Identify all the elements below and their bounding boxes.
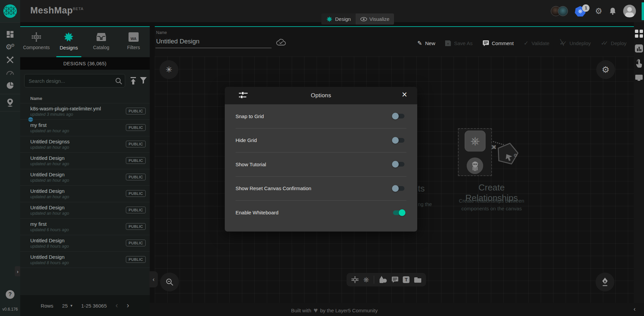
design-list-item[interactable]: Untitled Design updated 8 hours ago PUBL…	[20, 235, 150, 251]
design-list-item[interactable]: my first updated 6 hours ago PUBLIC	[20, 218, 150, 235]
rail-divider	[0, 94, 20, 94]
search-icon[interactable]	[115, 77, 122, 85]
cloud-saved-icon	[276, 38, 286, 46]
zoom-button[interactable]	[160, 273, 179, 291]
save-as-button[interactable]: Save As	[445, 40, 472, 46]
components-grid-icon[interactable]	[635, 30, 643, 38]
design-list-item[interactable]: Untitled Design updated 8 hours ago PUBL…	[20, 251, 150, 268]
close-icon[interactable]: ×	[402, 90, 407, 99]
design-list-item[interactable]: Untitled Design updated an hour ago PUBL…	[20, 202, 150, 218]
visibility-badge: PUBLIC	[126, 157, 146, 164]
settings-gear-icon[interactable]: ⚙	[595, 6, 602, 16]
expand-rail-chevron[interactable]: ›	[15, 266, 21, 276]
tab-filters-label: Filters	[127, 45, 140, 50]
footer-collapse-chevron[interactable]: ‹	[634, 306, 636, 313]
collaborator-avatar[interactable]	[558, 6, 568, 16]
comment-button[interactable]: Comment	[483, 40, 514, 46]
right-rail	[634, 22, 644, 316]
chart-panel-icon[interactable]	[635, 44, 643, 52]
user-avatar[interactable]	[623, 5, 636, 17]
hidden-card-desc-fragment: ng the	[418, 201, 432, 207]
notifications-bell-icon[interactable]	[609, 7, 616, 15]
performance-gauge-icon[interactable]	[0, 66, 20, 79]
tab-design[interactable]: Design	[321, 13, 356, 25]
meshery-logo-icon	[3, 4, 17, 18]
validate-button[interactable]: ✓ Validate	[524, 40, 549, 47]
design-list-item[interactable]: Untitled Design updated an hour ago PUBL…	[20, 185, 150, 202]
options-modal: Options × Snap to Grid Hide Grid Show Tu…	[225, 87, 417, 232]
option-label: Show Reset Canvas Confirmation	[236, 185, 311, 191]
tab-catalog[interactable]: Catalog	[85, 27, 117, 57]
small-gear-icon: ⚙	[513, 153, 517, 158]
meshmap-pin-icon[interactable]	[0, 96, 20, 109]
comment-icon	[483, 40, 489, 46]
gear-icon: ⚙	[602, 65, 609, 75]
text-tool-icon[interactable]: T	[403, 276, 409, 283]
brand-title: MeshMapBETA	[30, 5, 83, 16]
footer-bar: Built with ♥ by the Layer5 Community ‹	[150, 303, 644, 316]
tab-filters[interactable]: WA Filters	[117, 27, 150, 57]
option-toggle[interactable]	[393, 162, 404, 167]
pen-tool-button[interactable]	[596, 273, 614, 291]
eye-icon	[360, 17, 367, 22]
design-list-item[interactable]: k8s-wasm-plugin-ratelimiter.yml updated …	[20, 103, 150, 119]
design-list-item[interactable]: Untitled Design updated an hour ago PUBL…	[20, 152, 150, 169]
app-header: MeshMapBETA Design	[0, 0, 644, 22]
deploy-button[interactable]: ✓✓ Deploy	[601, 40, 627, 47]
meshery-logo[interactable]	[0, 0, 20, 22]
tab-visualize[interactable]: Visualize	[356, 13, 394, 25]
kubernetes-context[interactable]: ⎈ 1	[575, 5, 588, 17]
options-modal-body: Snap to Grid Hide Grid Show Tutorial Sho…	[225, 104, 417, 232]
meshery-mascot-icon	[467, 157, 483, 174]
option-label: Hide Grid	[236, 137, 257, 143]
extensions-icon[interactable]	[0, 79, 20, 92]
visibility-badge: PUBLIC	[126, 108, 146, 114]
visibility-badge: PUBLIC	[126, 223, 146, 230]
footer-credit: Built with ♥ by the Layer5 Community	[291, 306, 378, 314]
tab-designs-label: Designs	[60, 45, 78, 50]
header-actions: ⎈ 1 ⚙	[551, 0, 636, 22]
designs-panel: Components De	[20, 26, 150, 316]
component-tool-icon[interactable]	[351, 276, 359, 283]
option-toggle[interactable]	[393, 114, 404, 118]
option-toggle[interactable]	[393, 210, 404, 215]
configuration-tools-icon[interactable]	[0, 54, 20, 66]
option-toggle[interactable]	[393, 138, 404, 143]
search-input[interactable]	[24, 74, 125, 87]
screen-share-icon[interactable]	[635, 75, 643, 80]
import-design-icon[interactable]	[130, 77, 137, 84]
rail-divider	[0, 111, 20, 111]
shapes-tool-icon[interactable]	[379, 276, 387, 283]
filter-funnel-icon[interactable]	[140, 77, 147, 84]
collaborator-avatars[interactable]	[551, 6, 568, 16]
page-size-select[interactable]: 25 ▾	[62, 303, 73, 309]
touch-interaction-icon[interactable]	[636, 59, 642, 68]
version-label: v0.6.176	[2, 307, 18, 312]
tab-components[interactable]: Components	[20, 27, 52, 57]
canvas-settings-button[interactable]: ⚙	[596, 60, 615, 79]
media-tool-icon[interactable]	[414, 277, 421, 283]
option-toggle[interactable]	[393, 186, 404, 191]
dashboard-icon[interactable]	[0, 28, 20, 41]
prev-page-chevron[interactable]: ‹	[115, 301, 118, 310]
undeploy-button[interactable]: ✓✓╲ Undeploy	[560, 40, 591, 47]
panel-collapse-handle[interactable]: ‹	[149, 271, 158, 287]
column-header-name: Name	[20, 92, 150, 103]
design-list-item[interactable]: Untitled Design updated an hour ago PUBL…	[20, 169, 150, 185]
kubernetes-tool-icon[interactable]: ⎈	[363, 275, 369, 284]
tab-designs[interactable]: Designs	[52, 27, 85, 57]
components-icon	[31, 31, 41, 43]
lifecycle-gears-icon[interactable]: ⚙⚙	[0, 41, 20, 54]
next-page-chevron[interactable]: ›	[127, 301, 129, 310]
new-button[interactable]: ✎ New	[417, 40, 435, 47]
comment-tool-icon[interactable]	[392, 277, 398, 283]
tab-catalog-label: Catalog	[93, 45, 109, 50]
visibility-badge: PUBLIC	[126, 256, 146, 263]
meshsync-snowflake-button[interactable]: ✳	[159, 60, 178, 79]
help-button[interactable]: ?	[6, 290, 14, 299]
design-list-item[interactable]: my first updated an hour ago PUBLIC	[20, 119, 150, 136]
beta-tag: BETA	[73, 7, 84, 11]
design-name-input[interactable]	[155, 36, 272, 48]
canvas-top-bar: Name ✎ New Save As Comment	[155, 27, 634, 57]
design-list-item[interactable]: Untitled Designss updated an hour ago PU…	[20, 136, 150, 152]
